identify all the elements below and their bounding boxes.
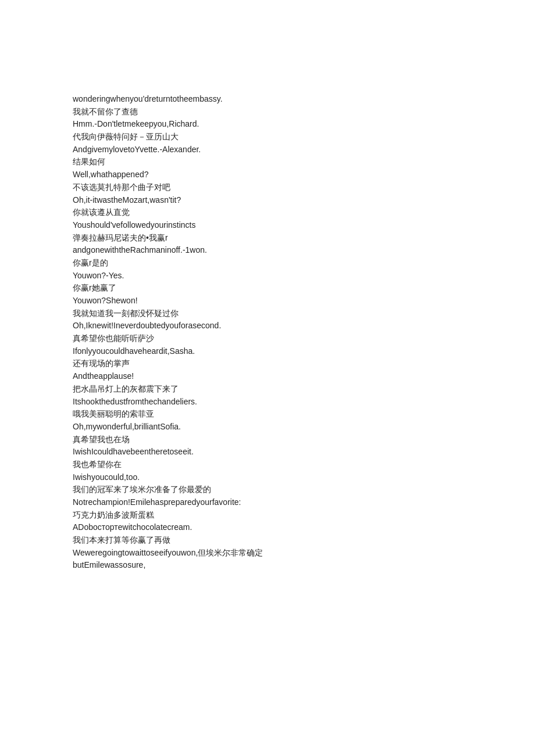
text-line-30: Iwishyoucould,too. [73,471,462,484]
text-line-8: Oh,it-itwastheMozart,wasn'tit? [73,194,462,207]
text-line-37: butEmilewassosure, [73,559,462,572]
text-line-32: Notrechampion!Emilehaspreparedyourfavori… [73,496,462,509]
text-line-15: 你赢r她赢了 [73,282,462,295]
text-line-0: wonderingwhenyou'dreturntotheembassy. [73,93,462,106]
text-line-7: 不该选莫扎特那个曲子对吧 [73,181,462,194]
text-line-23: 把水晶吊灯上的灰都震下来了 [73,383,462,396]
text-line-25: 哦我美丽聪明的索菲亚 [73,408,462,421]
text-line-13: 你赢r是的 [73,257,462,270]
text-line-24: Itshookthedustfromthechandeliers. [73,396,462,409]
text-line-27: 真希望我也在场 [73,433,462,446]
text-line-5: 结果如何 [73,156,462,169]
text-line-6: Well,whathappened? [73,169,462,181]
text-line-14: Youwon?-Yes. [73,270,462,282]
text-line-16: Youwon?Shewon! [73,295,462,307]
text-line-17: 我就知道我一刻都没怀疑过你 [73,307,462,320]
text-line-33: 巧克力奶油多波斯蛋糕 [73,509,462,522]
text-line-20: Ifonlyyoucouldhaveheardit,Sasha. [73,345,462,358]
content: wonderingwhenyou'dreturntotheembassy.我就不… [73,93,462,572]
text-line-22: Andtheapplause! [73,370,462,383]
text-line-18: Oh,Iknewit!Ineverdoubtedyouforasecond. [73,320,462,332]
text-line-19: 真希望你也能听听萨沙 [73,332,462,345]
text-line-31: 我们的冠军来了埃米尔准备了你最爱的 [73,483,462,496]
text-line-11: 弹奏拉赫玛尼诺夫的•我赢r [73,232,462,245]
text-line-3: 代我向伊薇特问好－亚历山大 [73,131,462,144]
text-line-12: andgonewiththeRachmaninoff.-1won. [73,244,462,257]
text-line-26: Oh,mywonderful,brilliantSofia. [73,421,462,433]
text-line-9: 你就该遵从直觉 [73,206,462,219]
text-line-2: Hmm.-Don'tletmekeepyou,Richard. [73,118,462,131]
text-line-4: AndgivemylovetoYvette.-Alexander. [73,144,462,156]
text-line-21: 还有现场的掌声 [73,357,462,370]
text-line-29: 我也希望你在 [73,458,462,471]
text-line-28: IwishIcouldhavebeentheretoseeit. [73,446,462,458]
text-line-10: Youshould'vefollowedyourinstincts [73,219,462,232]
text-line-35: 我们本来打算等你赢了再做 [73,534,462,547]
text-line-34: ADoboстортewitchocolatecream. [73,521,462,534]
text-line-36: Weweregoingtowаittoseeifyouwon,但埃米尔非常确定 [73,547,462,560]
text-line-1: 我就不留你了查德 [73,106,462,119]
